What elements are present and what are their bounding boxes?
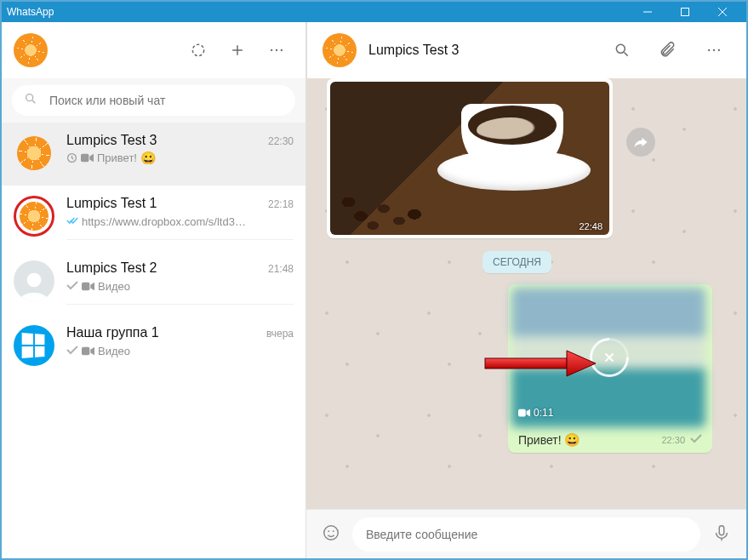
my-avatar[interactable] [14, 33, 48, 67]
search-input[interactable] [49, 94, 283, 107]
search-in-chat-icon[interactable] [605, 33, 639, 67]
sent-tick-icon [66, 279, 78, 294]
pending-icon [66, 152, 77, 163]
chat-item[interactable]: Lumpics Test 3 22:30 Привет! 😀 [2, 123, 305, 186]
svg-point-31 [324, 525, 339, 540]
svg-point-8 [276, 49, 277, 51]
status-icon[interactable] [181, 33, 215, 67]
emoji-picker-icon[interactable] [322, 523, 340, 546]
svg-line-21 [625, 53, 628, 56]
svg-point-9 [281, 49, 283, 51]
window-title: WhatsApp [7, 6, 629, 18]
svg-marker-28 [527, 409, 530, 417]
chat-avatar [14, 133, 54, 174]
svg-rect-1 [682, 9, 689, 16]
conversation-header: Lumpics Test 3 [306, 22, 746, 78]
read-ticks-icon [66, 214, 78, 229]
sent-tick-icon [690, 432, 702, 448]
chat-avatar [14, 325, 54, 366]
chat-preview: Видео [98, 345, 130, 357]
search-icon [24, 92, 37, 109]
chat-preview: Привет! [97, 151, 137, 164]
chat-preview: https://www.dropbox.com/s/ltd3… [82, 215, 246, 228]
titlebar: WhatsApp [2, 2, 746, 22]
chat-time: 22:18 [268, 198, 294, 210]
chat-item[interactable]: Наша группа 1 вчера Видео [2, 315, 305, 379]
search-bar [2, 78, 305, 123]
conversation-panel: Lumpics Test 3 22:48 [306, 22, 746, 558]
date-separator: СЕГОДНЯ [482, 251, 551, 273]
emoji-icon: 😀 [564, 432, 580, 447]
chat-time: вчера [266, 328, 294, 340]
video-icon [82, 281, 94, 292]
svg-marker-19 [90, 347, 94, 355]
svg-rect-34 [719, 525, 724, 534]
message-input[interactable] [366, 528, 687, 541]
svg-marker-17 [90, 283, 94, 290]
chat-menu-icon[interactable] [697, 33, 731, 67]
chat-time: 22:30 [268, 135, 294, 147]
outgoing-video-message[interactable]: 0:11 Привет! 😀 22:30 [508, 284, 712, 453]
svg-marker-14 [89, 154, 94, 162]
svg-point-22 [708, 49, 710, 51]
emoji-icon: 😀 [140, 151, 157, 164]
chat-list: Lumpics Test 3 22:30 Привет! 😀 [2, 123, 305, 558]
menu-icon[interactable] [260, 33, 294, 67]
svg-rect-13 [81, 154, 89, 162]
svg-point-4 [192, 44, 203, 55]
chat-preview: Видео [98, 280, 130, 293]
chat-avatar [14, 196, 54, 237]
svg-point-24 [718, 49, 720, 51]
chat-name: Lumpics Test 1 [66, 196, 157, 211]
image-thumbnail: 22:48 [330, 82, 609, 235]
video-icon [518, 407, 530, 419]
minimize-button[interactable] [629, 2, 666, 22]
forward-button[interactable] [626, 128, 655, 157]
svg-line-11 [32, 100, 35, 103]
chat-time: 21:48 [268, 263, 294, 275]
message-time: 22:48 [579, 221, 602, 231]
svg-line-26 [606, 354, 614, 362]
svg-rect-18 [82, 347, 89, 355]
svg-point-23 [713, 49, 715, 51]
svg-point-32 [328, 530, 329, 532]
app-window: WhatsApp [0, 0, 748, 560]
sent-tick-icon [66, 344, 78, 358]
contact-avatar[interactable] [323, 33, 357, 67]
svg-rect-16 [82, 283, 89, 290]
svg-rect-27 [518, 409, 526, 417]
video-icon [81, 152, 94, 163]
svg-point-15 [27, 273, 42, 288]
sidebar-header [2, 22, 305, 78]
sidebar: Lumpics Test 3 22:30 Привет! 😀 [2, 22, 306, 558]
chat-item[interactable]: Lumpics Test 1 22:18 https://www.dropbox… [2, 186, 305, 250]
svg-point-10 [26, 94, 33, 101]
chat-name: Наша группа 1 [66, 325, 159, 340]
new-chat-icon[interactable] [220, 33, 254, 67]
svg-point-20 [616, 44, 625, 53]
video-icon [82, 346, 94, 357]
message-composer [306, 509, 746, 558]
attach-icon[interactable] [651, 33, 685, 67]
message-time: 22:30 [661, 435, 685, 445]
chat-avatar [14, 260, 54, 301]
voice-message-icon[interactable] [712, 523, 731, 546]
contact-name: Lumpics Test 3 [368, 43, 593, 58]
maximize-button[interactable] [666, 2, 704, 22]
svg-point-33 [333, 530, 334, 532]
cancel-upload-button[interactable] [590, 338, 629, 377]
chat-name: Lumpics Test 2 [66, 260, 157, 276]
chat-name: Lumpics Test 3 [66, 133, 157, 148]
close-button[interactable] [704, 2, 741, 22]
chat-item[interactable]: Lumpics Test 2 21:48 Видео [2, 250, 305, 315]
incoming-image-message[interactable]: 22:48 [327, 78, 613, 238]
video-duration: 0:11 [518, 407, 553, 419]
svg-point-7 [271, 49, 272, 51]
caption-text: Привет! 😀 [518, 433, 656, 447]
svg-line-25 [606, 354, 614, 362]
